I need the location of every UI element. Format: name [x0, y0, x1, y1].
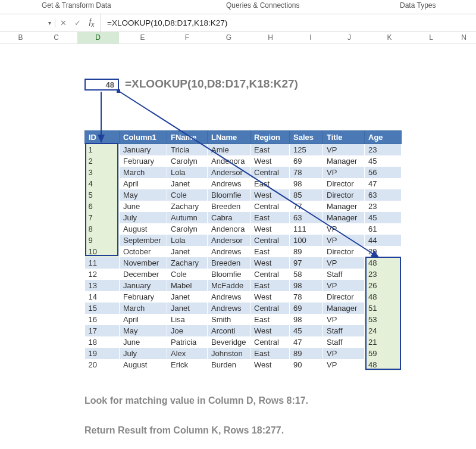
cell-fn[interactable]: Cole [167, 189, 208, 201]
cell-id[interactable]: 4 [85, 178, 120, 189]
cell-ln[interactable]: Andrews [208, 246, 250, 257]
col-header-F[interactable]: F [167, 32, 208, 43]
cell-age[interactable]: 53 [365, 314, 402, 325]
cell-age[interactable]: 26 [365, 280, 402, 291]
col-header-B[interactable]: B [6, 32, 36, 43]
cell-id[interactable]: 10 [85, 246, 120, 257]
cell-ln[interactable]: Bloomfie [208, 189, 250, 201]
cell-sales[interactable]: 63 [290, 212, 323, 223]
cell-id[interactable]: 17 [85, 325, 120, 336]
cell-age[interactable]: 21 [365, 336, 402, 348]
cell-title[interactable]: Manager [323, 201, 365, 212]
cell-title[interactable]: VP [323, 223, 365, 235]
cell-col1[interactable]: April [120, 314, 167, 325]
cell-age[interactable]: 48 [365, 359, 402, 370]
cell-col1[interactable]: January [120, 144, 167, 156]
result-cell[interactable]: 48 [84, 79, 119, 91]
col-header-I[interactable]: I [292, 32, 330, 43]
cell-sales[interactable]: 125 [290, 144, 323, 156]
cell-title[interactable]: Manager [323, 303, 365, 314]
cell-fn[interactable]: Lola [167, 167, 208, 178]
cell-title[interactable]: VP [323, 348, 365, 359]
table-row[interactable]: 13JanuaryMabelMcFaddeEast98VP26 [85, 280, 402, 291]
cell-fn[interactable]: Tricia [167, 144, 208, 156]
cell-id[interactable]: 18 [85, 336, 120, 348]
table-row[interactable]: 6JuneZacharyBreedenCentral77Manager23 [85, 201, 402, 212]
cell-fn[interactable]: Lisa [167, 314, 208, 325]
cell-fn[interactable]: Joe [167, 325, 208, 336]
cell-reg[interactable]: East [250, 314, 290, 325]
cell-sales[interactable]: 85 [290, 189, 323, 201]
cell-id[interactable]: 5 [85, 189, 120, 201]
cell-ln[interactable]: Andenora [208, 223, 250, 235]
cell-ln[interactable]: Andersor [208, 235, 250, 246]
cell-fn[interactable]: Patricia [167, 336, 208, 348]
cell-sales[interactable]: 98 [290, 178, 323, 189]
cell-reg[interactable]: Central [250, 303, 290, 314]
cell-col1[interactable]: June [120, 336, 167, 348]
col-header-H[interactable]: H [250, 32, 292, 43]
cell-sales[interactable]: 98 [290, 280, 323, 291]
cell-col1[interactable]: October [120, 246, 167, 257]
table-row[interactable]: 7JulyAutumnCabraEast63Manager45 [85, 212, 402, 223]
cell-col1[interactable]: May [120, 189, 167, 201]
cell-reg[interactable]: West [250, 291, 290, 303]
cell-sales[interactable]: 111 [290, 223, 323, 235]
fill-handle[interactable] [117, 89, 120, 93]
cell-age[interactable]: 23 [365, 144, 402, 156]
cell-ln[interactable]: McFadde [208, 280, 250, 291]
cell-sales[interactable]: 47 [290, 336, 323, 348]
cell-fn[interactable]: Alex [167, 348, 208, 359]
cell-ln[interactable]: Andrews [208, 291, 250, 303]
th-sales[interactable]: Sales [290, 131, 323, 144]
table-row[interactable]: 14FebruaryJanetAndrewsWest78Director48 [85, 291, 402, 303]
cell-id[interactable]: 8 [85, 223, 120, 235]
cell-reg[interactable]: East [250, 144, 290, 156]
table-row[interactable]: 1JanuaryTriciaAmieEast125VP23 [85, 144, 402, 156]
cell-reg[interactable]: West [250, 155, 290, 167]
cell-age[interactable]: 45 [365, 155, 402, 167]
cell-col1[interactable]: November [120, 257, 167, 269]
cell-age[interactable]: 48 [365, 291, 402, 303]
cell-age[interactable]: 61 [365, 223, 402, 235]
cell-fn[interactable]: Autumn [167, 212, 208, 223]
cell-sales[interactable]: 97 [290, 257, 323, 269]
cell-age[interactable]: 23 [365, 269, 402, 280]
cell-col1[interactable]: September [120, 235, 167, 246]
cell-fn[interactable]: Zachary [167, 257, 208, 269]
cell-fn[interactable]: Janet [167, 178, 208, 189]
cell-ln[interactable]: Cabra [208, 212, 250, 223]
cell-fn[interactable]: Carolyn [167, 155, 208, 167]
cell-ln[interactable]: Bloomfie [208, 269, 250, 280]
cell-reg[interactable]: East [250, 280, 290, 291]
th-region[interactable]: Region [250, 131, 290, 144]
cell-sales[interactable]: 77 [290, 201, 323, 212]
cell-title[interactable]: Director [323, 178, 365, 189]
cell-id[interactable]: 3 [85, 167, 120, 178]
table-row[interactable]: 17MayJoeArcontiWest45Staff24 [85, 325, 402, 336]
cell-id[interactable]: 16 [85, 314, 120, 325]
cell-sales[interactable]: 69 [290, 155, 323, 167]
cell-col1[interactable]: February [120, 291, 167, 303]
cell-title[interactable]: VP [323, 257, 365, 269]
cell-col1[interactable]: July [120, 348, 167, 359]
cell-col1[interactable]: December [120, 269, 167, 280]
cell-reg[interactable]: West [250, 359, 290, 370]
cell-id[interactable]: 7 [85, 212, 120, 223]
th-age[interactable]: Age [365, 131, 402, 144]
chevron-down-icon[interactable]: ▾ [46, 20, 54, 26]
cell-id[interactable]: 14 [85, 291, 120, 303]
table-row[interactable]: 16AprilLisaSmithEast98VP53 [85, 314, 402, 325]
cell-title[interactable]: Director [323, 246, 365, 257]
cell-sales[interactable]: 78 [290, 167, 323, 178]
cell-age[interactable]: 44 [365, 235, 402, 246]
cell-reg[interactable]: West [250, 257, 290, 269]
table-row[interactable]: 9SeptemberLolaAndersorCentral100VP44 [85, 235, 402, 246]
cell-id[interactable]: 11 [85, 257, 120, 269]
cell-reg[interactable]: Central [250, 269, 290, 280]
th-title[interactable]: Title [323, 131, 365, 144]
cell-age[interactable]: 51 [365, 303, 402, 314]
cell-col1[interactable]: March [120, 303, 167, 314]
cell-sales[interactable]: 100 [290, 235, 323, 246]
table-row[interactable]: 2FebruaryCarolynAndenoraWest69Manager45 [85, 155, 402, 167]
